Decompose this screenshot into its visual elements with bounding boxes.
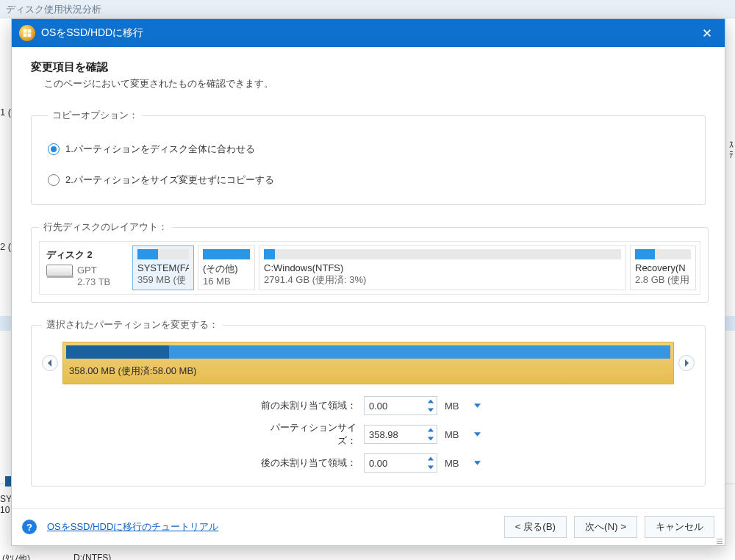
spin-down-button[interactable] (425, 434, 437, 443)
disk-type: GPT (77, 265, 97, 276)
unit-dropdown[interactable] (471, 396, 483, 415)
unit-label: MB (445, 401, 464, 412)
partition-name: (その他) (203, 262, 250, 276)
partitions-container: SYSTEM(FAT359 MB (使(その他)16 MBC:Windows(N… (132, 245, 696, 290)
dest-disk-layout-group: 行先ディスクのレイアウト： ディスク 2 GPT 2.73 TB SYSTEM(… (31, 221, 709, 303)
background-top-strip: ディスク使用状況分析 (0, 0, 735, 18)
partition-name: Recovery(N (635, 262, 691, 273)
spin-up-button[interactable] (425, 454, 437, 463)
before-unalloc-label: 前の未割り当て領域： (254, 399, 356, 412)
partition-name: SYSTEM(FAT (137, 262, 189, 273)
dialog-titlebar: OSをSSD/HDDに移行 (12, 19, 725, 47)
next-button[interactable]: 次へ(N) > (574, 516, 637, 538)
size-fields: 前の未割り当て領域： MB パーティションサイズ： (42, 396, 695, 473)
migrate-os-dialog: OSをSSD/HDDに移行 変更項目を確認 このページにおいて変更されたものを確… (11, 18, 725, 546)
unit-label: MB (445, 458, 464, 469)
disk-name: ディスク 2 (46, 248, 126, 262)
partition-usage-mini-bar (203, 249, 250, 259)
unit-dropdown[interactable] (471, 453, 483, 473)
copy-option-1-label: 1.パーティションをディスク全体に合わせる (65, 143, 255, 156)
page-title: 変更項目を確認 (31, 60, 706, 74)
background-disk2-label: 2 ( (0, 241, 11, 252)
copy-option-1[interactable]: 1.パーティションをディスク全体に合わせる (48, 143, 689, 156)
disk-size: 2.73 TB (77, 276, 126, 287)
scroll-right-button[interactable] (678, 355, 695, 371)
after-unalloc-label: 後の未割り当て領域： (254, 456, 356, 470)
partition-usage-text: 358.00 MB (使用済:58.00 MB) (63, 359, 673, 378)
edit-partition-group: 選択されたパーティションを変更する： 358.00 MB (使用済:58.00 … (31, 319, 706, 487)
partition-block[interactable]: C:Windows(NTFS)2791.4 GB (使用済: 3%) (259, 245, 626, 290)
radio-icon (48, 174, 60, 186)
scroll-left-button[interactable] (42, 355, 58, 371)
background-side-text: ｽﾃ (729, 140, 735, 160)
background-disk1-label: 1 ( (0, 107, 11, 118)
back-button[interactable]: < 戻る(B) (504, 516, 567, 538)
partition-usage-mini-bar (635, 249, 691, 259)
edit-partition-legend: 選択されたパーティションを変更する： (42, 319, 223, 331)
copy-options-legend: コピーオプション： (48, 110, 143, 122)
partition-block[interactable]: Recovery(N2.8 GB (使用 (630, 245, 696, 290)
disk-icon (46, 265, 73, 276)
partition-edit-bar[interactable]: 358.00 MB (使用済:58.00 MB) (62, 342, 674, 384)
disk-info: ディスク 2 GPT 2.73 TB (43, 245, 129, 290)
background-bottom-label1: SY (0, 494, 12, 504)
copy-option-2[interactable]: 2.パーティションをサイズ変更せずにコピーする (48, 173, 689, 187)
partition-subtext: 2.8 GB (使用 (635, 273, 691, 287)
dialog-footer: ? OSをSSD/HDDに移行のチュートリアル < 戻る(B) 次へ(N) > … (12, 508, 725, 545)
partition-block[interactable]: (その他)16 MB (198, 245, 255, 290)
dest-disk-legend: 行先ディスクのレイアウト： (39, 221, 172, 234)
partition-subtext: 359 MB (使 (137, 273, 189, 287)
app-icon (19, 25, 35, 41)
unit-label: MB (445, 429, 464, 440)
copy-option-2-label: 2.パーティションをサイズ変更せずにコピーする (65, 173, 274, 187)
spin-down-button[interactable] (425, 406, 437, 414)
background-other-label: (ﾀｿﾉ他) (2, 553, 30, 560)
disk-row: ディスク 2 GPT 2.73 TB SYSTEM(FAT359 MB (使(そ… (39, 241, 700, 295)
copy-options-group: コピーオプション： 1.パーティションをディスク全体に合わせる 2.パーティショ… (31, 110, 706, 205)
spin-down-button[interactable] (425, 463, 437, 472)
background-dntfs-label: D:(NTFS) (74, 553, 111, 560)
partition-usage-mini-bar (137, 249, 189, 259)
page-subtitle: このページにおいて変更されたものを確認できます。 (31, 77, 706, 90)
partition-block[interactable]: SYSTEM(FAT359 MB (使 (132, 245, 194, 290)
partition-subtext: 2791.4 GB (使用済: 3%) (264, 273, 621, 287)
help-icon: ? (22, 520, 37, 534)
radio-icon (48, 143, 60, 155)
spin-up-button[interactable] (425, 397, 437, 406)
partition-name: C:Windows(NTFS) (264, 262, 621, 273)
close-button[interactable] (697, 23, 717, 43)
background-bottom-label2: 10 (0, 505, 10, 515)
unit-dropdown[interactable] (471, 425, 483, 444)
partition-size-label: パーティションサイズ： (254, 421, 356, 448)
cancel-button[interactable]: キャンセル (645, 516, 714, 538)
dialog-title: OSをSSD/HDDに移行 (41, 26, 697, 40)
partition-usage-bar (66, 345, 670, 359)
spin-up-button[interactable] (425, 426, 437, 434)
partition-subtext: 16 MB (203, 276, 250, 287)
partition-usage-mini-bar (264, 249, 621, 259)
tutorial-link[interactable]: OSをSSD/HDDに移行のチュートリアル (47, 520, 218, 534)
